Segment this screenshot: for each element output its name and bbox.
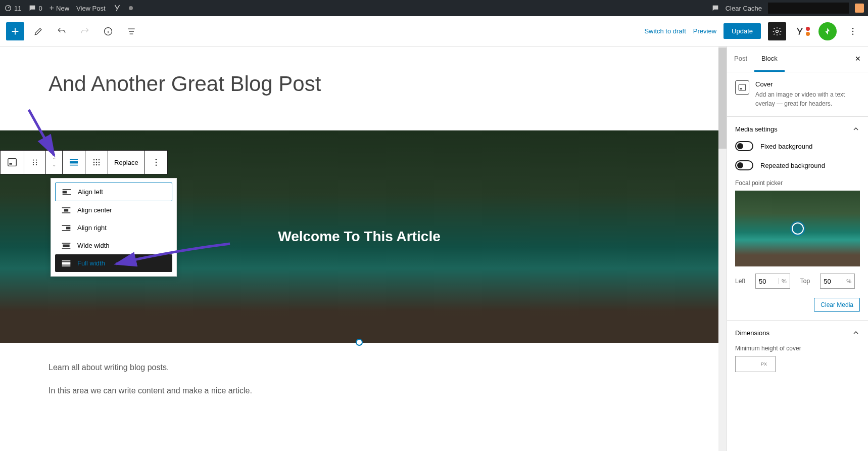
canvas-scrollbar[interactable] [718,47,727,451]
replace-button[interactable]: Replace [108,151,145,174]
svg-rect-7 [10,163,13,165]
close-sidebar-button[interactable]: ✕ [848,47,868,72]
focal-top-input[interactable] [821,278,843,285]
grid-icon [91,157,102,167]
list-icon [126,26,136,36]
chat-icon [28,4,36,12]
yoast-icon[interactable] [113,4,122,13]
add-block-button[interactable] [6,22,24,40]
drag-handle[interactable] [24,151,46,174]
svg-point-10 [33,162,34,163]
align-full-option[interactable]: Full width [55,254,172,272]
svg-rect-37 [62,230,71,231]
px-unit: PX [759,362,769,367]
admin-search-input[interactable] [768,3,849,14]
undo-button[interactable] [53,22,71,40]
move-buttons[interactable]: ⌃ ⌄ [46,151,63,174]
chat-icon[interactable] [711,4,719,12]
admin-bubble[interactable]: 0 [28,4,42,12]
admin-clear-cache[interactable]: Clear Cache [726,5,762,12]
settings-button[interactable] [768,22,786,40]
media-settings-panel-header[interactable]: Media settings [727,117,868,141]
min-height-input[interactable] [736,360,759,368]
paragraph-2[interactable]: In this area we can write content and ma… [49,386,670,395]
focal-left-input[interactable] [756,278,778,285]
focal-top-label: Top [800,278,810,285]
align-wide-option[interactable]: Wide width [55,237,172,254]
align-full-icon [69,158,79,166]
dimensions-panel-header[interactable]: Dimensions [727,321,868,345]
svg-rect-32 [62,207,71,208]
align-left-option[interactable]: Align left [55,183,172,201]
svg-point-12 [33,164,34,165]
align-full-icon [61,260,71,267]
align-button[interactable] [63,151,85,174]
svg-point-2 [776,30,779,32]
paragraph-1[interactable]: Learn all about writing blog posts. [49,363,670,372]
svg-point-9 [36,159,37,160]
svg-point-13 [36,164,37,165]
admin-view-post[interactable]: View Post [76,5,106,12]
block-description: Add an image or video with a text overla… [755,90,860,108]
drag-icon [30,158,39,167]
svg-point-18 [96,159,98,161]
speedometer-icon [4,4,12,12]
svg-rect-41 [62,260,71,261]
yoast-button[interactable] [793,22,811,40]
block-more-button[interactable] [145,151,167,174]
svg-rect-15 [70,161,78,164]
align-right-option[interactable]: Align right [55,219,172,237]
edit-tool-button[interactable] [29,22,47,40]
chevron-down-icon[interactable]: ⌄ [52,162,56,167]
block-toolbar: ⌃ ⌄ Replace [0,150,168,174]
repeated-background-toggle[interactable] [735,160,753,170]
svg-rect-35 [62,225,71,226]
editor-header: Switch to draft Preview Update [0,16,868,47]
content-position-button[interactable] [85,151,108,174]
admin-avatar[interactable] [855,4,864,13]
kebab-icon [848,26,858,36]
chevron-up-icon [852,329,860,337]
preview-button[interactable]: Preview [693,27,716,35]
svg-point-17 [93,159,95,161]
focal-left-label: Left [735,278,745,285]
repeated-background-label: Repeated background [760,162,825,169]
post-title[interactable]: And Another Great Blog Post [0,47,718,106]
svg-rect-40 [62,248,71,249]
more-options-button[interactable] [844,22,862,40]
jetpack-button[interactable] [818,22,837,40]
svg-point-8 [33,159,34,160]
block-type-button[interactable] [1,151,24,174]
update-button[interactable]: Update [724,23,761,39]
info-button[interactable] [99,22,117,40]
svg-point-4 [852,30,854,32]
tab-block[interactable]: Block [754,47,785,72]
align-right-icon [61,224,71,232]
admin-new[interactable]: + New [50,4,69,13]
svg-point-28 [155,165,157,166]
align-center-option[interactable]: Align center [55,201,172,219]
switch-to-draft-button[interactable]: Switch to draft [644,27,686,35]
admin-bar: 11 0 + New View Post Clear Cache [0,0,868,16]
tab-post[interactable]: Post [727,47,754,72]
clear-media-button[interactable]: Clear Media [814,298,860,312]
status-dot-icon [129,6,133,10]
focal-point-handle[interactable] [792,222,804,235]
admin-comments[interactable]: 11 [4,4,21,12]
svg-rect-6 [8,159,17,166]
fixed-background-toggle[interactable] [735,141,753,151]
svg-point-11 [36,162,37,163]
cover-title[interactable]: Welcome To This Article [278,229,441,245]
resize-handle[interactable] [356,339,363,346]
svg-rect-33 [64,209,68,211]
seo-dot-red-icon [806,27,810,31]
focal-point-picker[interactable] [735,191,860,266]
svg-point-25 [99,164,100,166]
min-height-label: Minimum height of cover [735,345,860,352]
redo-button[interactable] [76,22,94,40]
align-wide-icon [61,242,71,249]
outline-button[interactable] [122,22,140,40]
editor-canvas[interactable]: And Another Great Blog Post ⌃ ⌄ [0,47,718,451]
svg-point-21 [96,162,98,163]
cover-block-icon [735,80,749,95]
